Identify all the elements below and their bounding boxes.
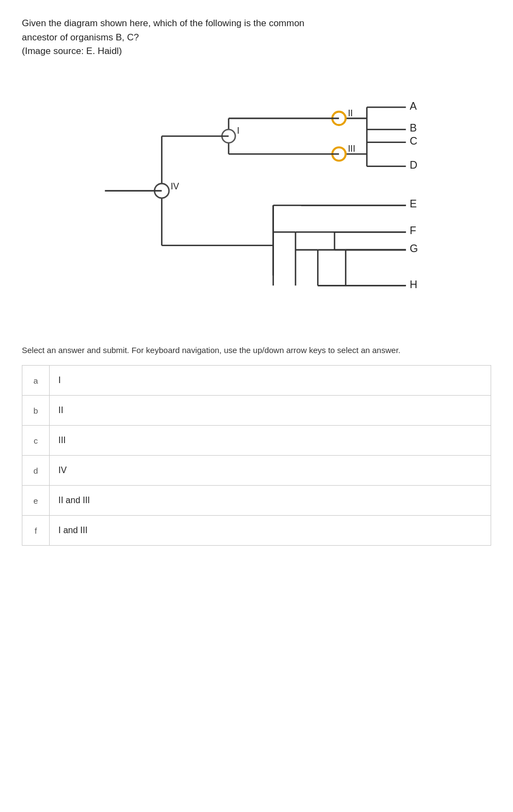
svg-text:G: G [410,242,418,254]
question-text: Given the diagram shown here, which of t… [22,16,491,58]
svg-text:IV: IV [171,181,180,190]
answer-row-a[interactable]: a I [22,366,491,396]
diagram-container: A B C D E F G H [22,69,491,331]
answer-key-e: e [22,486,50,516]
svg-text:E: E [410,198,417,210]
svg-text:II: II [348,108,353,117]
answer-key-b: b [22,396,50,426]
answer-row-b[interactable]: b II [22,396,491,426]
answer-row-f[interactable]: f I and III [22,516,491,546]
answer-value-d: IV [50,456,491,486]
answer-row-e[interactable]: e II and III [22,486,491,516]
svg-text:III: III [348,144,355,153]
answer-table: a I b II c III d IV e II and III f I and… [22,365,491,546]
svg-text:H: H [410,278,417,290]
svg-text:D: D [410,158,417,170]
answer-value-e: II and III [50,486,491,516]
answer-key-c: c [22,426,50,456]
answer-value-a: I [50,366,491,396]
svg-text:I: I [237,126,240,135]
answer-value-b: II [50,396,491,426]
answer-value-c: III [50,426,491,456]
svg-rect-49 [62,69,452,331]
svg-text:C: C [410,134,417,146]
svg-text:F: F [410,224,416,236]
phylo-tree-clean: A B C D E F G H II III I IV [22,69,491,331]
answer-value-f: I and III [50,516,491,546]
answer-key-f: f [22,516,50,546]
instruction-text: Select an answer and submit. For keyboar… [22,344,491,357]
answer-row-c[interactable]: c III [22,426,491,456]
answer-key-a: a [22,366,50,396]
svg-text:A: A [410,99,417,111]
answer-key-d: d [22,456,50,486]
svg-text:B: B [410,122,417,134]
answer-row-d[interactable]: d IV [22,456,491,486]
